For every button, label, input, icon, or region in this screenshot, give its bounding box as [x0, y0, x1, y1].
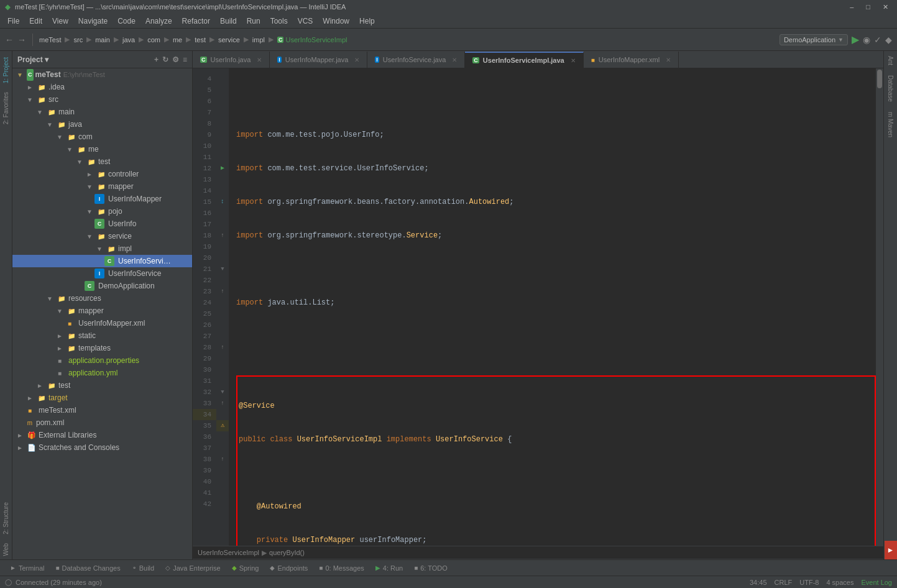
- sidebar-add[interactable]: +: [154, 55, 159, 64]
- menu-refactor[interactable]: Refactor: [177, 16, 215, 27]
- tree-userinfoserviceimpl[interactable]: C UserInfoServi…: [12, 255, 192, 267]
- tab-userinfoserviceimpl[interactable]: C UserInfoServiceImpl.java ✕: [465, 52, 583, 68]
- breadcrumb-metest[interactable]: meTest: [39, 36, 61, 44]
- messages-tab[interactable]: ■ 0: Messages: [314, 563, 369, 573]
- terminal-tab[interactable]: ► Terminal: [5, 563, 49, 573]
- tree-root[interactable]: ▼ C meTest E:\yhr\meTest: [12, 68, 192, 81]
- tree-userinfoservice-if[interactable]: I UserInfoService: [12, 267, 192, 280]
- tree-test-pkg[interactable]: ▼ 📁 test: [12, 155, 192, 168]
- web-tab[interactable]: Web: [1, 540, 11, 559]
- tab-userinfomapper[interactable]: I UserInfoMapper.java ✕: [270, 52, 367, 68]
- tree-metest-xml[interactable]: ■ meTest.xml: [12, 404, 192, 416]
- tree-app-props[interactable]: ■ application.properties: [12, 354, 192, 367]
- tree-service-folder[interactable]: ▼ 📁 service: [12, 230, 192, 242]
- toolbar-back[interactable]: ←: [5, 35, 14, 45]
- tree-impl-folder[interactable]: ▼ 📁 impl: [12, 242, 192, 255]
- tree-ext-libs[interactable]: ► 🎁 External Libraries: [12, 429, 192, 441]
- tree-pojo[interactable]: ▼ 📁 pojo: [12, 205, 192, 218]
- favorites-tab[interactable]: 2: Favorites: [1, 88, 11, 128]
- menu-build[interactable]: Build: [215, 16, 242, 27]
- run-gutter-icon[interactable]: ▶: [221, 163, 224, 174]
- tab-close-userinfo[interactable]: ✕: [257, 57, 262, 63]
- ant-tab[interactable]: Ant: [885, 51, 896, 70]
- tree-test-dir[interactable]: ► 📁 test: [12, 379, 192, 392]
- database-tab[interactable]: Database: [885, 70, 896, 107]
- breadcrumb-me[interactable]: me: [173, 36, 182, 44]
- tree-templates[interactable]: ► 📁 templates: [12, 342, 192, 354]
- run-config-dropdown[interactable]: ▼: [838, 37, 844, 43]
- sidebar-settings[interactable]: ⚙: [172, 55, 179, 64]
- menu-window[interactable]: Window: [318, 16, 354, 27]
- breadcrumb-method-ref[interactable]: queryById(): [269, 549, 305, 556]
- menu-run[interactable]: Run: [242, 16, 265, 27]
- tab-close-userinfoservice[interactable]: ✕: [452, 57, 457, 63]
- tree-userinfo-class[interactable]: C UserInfo: [12, 218, 192, 230]
- breadcrumb-service[interactable]: service: [218, 36, 240, 44]
- sidebar-sync[interactable]: ↻: [162, 55, 168, 64]
- fold-icon-1[interactable]: ▼: [221, 264, 224, 275]
- tab-userinfomapper-xml[interactable]: ■ UserInfoMapper.xml ✕: [584, 52, 679, 68]
- breadcrumb-main[interactable]: main: [95, 36, 110, 44]
- breadcrumb-class-ref[interactable]: UserInfoServiceImpl: [198, 549, 259, 556]
- plugin-icon[interactable]: ►: [885, 541, 897, 559]
- tree-main[interactable]: ▼ 📁 main: [12, 106, 192, 118]
- tree-controller[interactable]: ► 📁 controller: [12, 168, 192, 180]
- breadcrumb-com[interactable]: com: [147, 36, 160, 44]
- database-changes-tab[interactable]: ■ Database Changes: [50, 563, 125, 573]
- tab-close-userinfoserviceimpl[interactable]: ✕: [571, 57, 576, 64]
- toolbar-forward[interactable]: →: [17, 35, 26, 45]
- tab-userinfo[interactable]: C UserInfo.java ✕: [193, 52, 270, 68]
- charset[interactable]: UTF-8: [799, 579, 819, 586]
- tree-mapper-res[interactable]: ▼ 📁 mapper: [12, 305, 192, 317]
- tree-target[interactable]: ► 📁 target: [12, 392, 192, 404]
- breadcrumb-test[interactable]: test: [195, 36, 206, 44]
- menu-code[interactable]: Code: [113, 16, 140, 27]
- menu-edit[interactable]: Edit: [24, 16, 47, 27]
- implement-gutter-icon[interactable]: ↕: [221, 196, 224, 208]
- tree-demoapplication[interactable]: C DemoApplication: [12, 280, 192, 292]
- maven-tab[interactable]: m Maven: [885, 107, 896, 142]
- override-gutter-2[interactable]: ↑: [221, 286, 224, 297]
- endpoints-tab[interactable]: ◆ Endpoints: [265, 563, 313, 573]
- tree-userinfomapper-xml[interactable]: ■ UserInfoMapper.xml: [12, 317, 192, 329]
- code-editor[interactable]: 4 5 6 7 8 9 10 11 12 13 14 15 16 17 18 1…: [193, 68, 883, 546]
- tree-scratches[interactable]: ► 📄 Scratches and Consoles: [12, 441, 192, 454]
- debug-button[interactable]: ◉: [863, 35, 870, 45]
- line-endings[interactable]: CRLF: [775, 579, 793, 586]
- cursor-position[interactable]: 34:45: [750, 579, 767, 586]
- indent-label[interactable]: 4 spaces: [826, 579, 853, 586]
- tree-pom-xml[interactable]: m pom.xml: [12, 416, 192, 429]
- override-gutter-5[interactable]: ↑: [221, 454, 224, 465]
- tree-app-yml[interactable]: ■ application.yml: [12, 367, 192, 379]
- override-gutter-4[interactable]: ↑: [221, 398, 224, 409]
- tree-com[interactable]: ▼ 📁 com: [12, 131, 192, 143]
- project-panel-tab[interactable]: 1: Project: [1, 53, 11, 87]
- menu-tools[interactable]: Tools: [265, 16, 293, 27]
- close-button[interactable]: ✕: [879, 3, 892, 11]
- menu-analyze[interactable]: Analyze: [140, 16, 177, 27]
- spring-tab[interactable]: ◆ Spring: [227, 563, 264, 573]
- tab-close-userinfomapper-xml[interactable]: ✕: [666, 57, 671, 63]
- tree-src[interactable]: ▼ 📁 src: [12, 93, 192, 106]
- menu-help[interactable]: Help: [354, 16, 380, 27]
- todo-tab[interactable]: ■ 6: TODO: [409, 563, 453, 573]
- tree-java[interactable]: ▼ 📁 java: [12, 118, 192, 131]
- maximize-button[interactable]: □: [862, 3, 874, 11]
- tree-me[interactable]: ▼ 📁 me: [12, 143, 192, 155]
- run-tab[interactable]: ▶ 4: Run: [370, 563, 408, 573]
- sidebar-collapse[interactable]: ≡: [183, 55, 187, 64]
- menu-vcs[interactable]: VCS: [293, 16, 318, 27]
- structure-tab[interactable]: 2: Structure: [1, 498, 11, 538]
- java-enterprise-tab[interactable]: ◇ Java Enterprise: [160, 563, 225, 573]
- build-tab[interactable]: ⚬ Build: [127, 563, 159, 573]
- breadcrumb-class[interactable]: C UserInfoServiceImpl: [277, 36, 347, 44]
- tree-static[interactable]: ► 📁 static: [12, 329, 192, 342]
- tree-userinfomapper-if[interactable]: I UserInfoMapper: [12, 193, 192, 205]
- run-button[interactable]: ▶: [852, 34, 859, 45]
- tab-close-userinfomapper[interactable]: ✕: [354, 57, 359, 63]
- event-log[interactable]: Event Log: [861, 579, 892, 586]
- tree-mapper-folder[interactable]: ▼ 📁 mapper: [12, 180, 192, 193]
- profile-button[interactable]: ◆: [885, 35, 892, 45]
- breadcrumb-java[interactable]: java: [122, 36, 135, 44]
- menu-file[interactable]: File: [2, 16, 24, 27]
